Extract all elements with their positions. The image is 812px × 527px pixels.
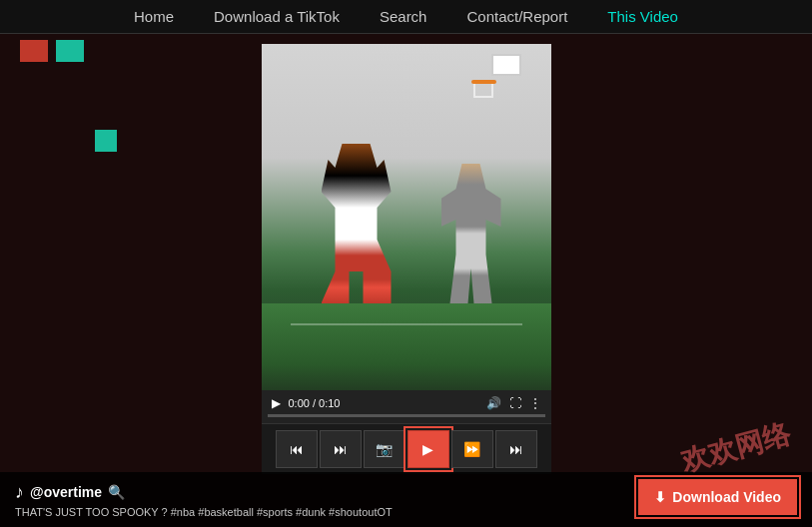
player-2 — [441, 164, 501, 303]
hoop-net — [473, 84, 493, 98]
progress-bar[interactable] — [268, 414, 545, 417]
tiktok-logo-icon: ♪ — [15, 482, 24, 503]
nav-search[interactable]: Search — [380, 8, 427, 25]
time-display: 0:00 / 0:10 — [289, 397, 341, 409]
skip-to-end-button[interactable]: ⏭ — [495, 430, 537, 468]
next-button[interactable]: ⏩ — [451, 430, 493, 468]
skip-to-start-button[interactable]: ⏮ — [276, 430, 318, 468]
more-options-icon[interactable]: ⋮ — [529, 396, 541, 410]
navbar: Home Download a TikTok Search Contact/Re… — [0, 0, 812, 34]
nav-this-video[interactable]: This Video — [607, 8, 678, 25]
nav-download[interactable]: Download a TikTok — [214, 8, 340, 25]
controls-top-row: ▶ 0:00 / 0:10 🔊 ⛶ ⋮ — [268, 394, 545, 412]
channel-search-icon[interactable]: 🔍 — [108, 484, 125, 500]
video-player[interactable]: ▶ 0:00 / 0:10 🔊 ⛶ ⋮ — [262, 44, 551, 423]
camera-button[interactable]: 📷 — [364, 430, 406, 468]
previous-button[interactable]: ⏭ — [320, 430, 362, 468]
nav-home[interactable]: Home — [134, 8, 174, 25]
backboard — [491, 54, 521, 76]
play-button-small[interactable]: ▶ — [272, 396, 281, 410]
video-controls-overlay: ▶ 0:00 / 0:10 🔊 ⛶ ⋮ — [262, 390, 551, 423]
download-icon: ⬇ — [654, 489, 666, 505]
media-buttons-row: ⏮ ⏭ 📷 ▶ ⏩ ⏭ — [262, 423, 551, 474]
player-1 — [322, 144, 392, 303]
fullscreen-icon[interactable]: ⛶ — [509, 396, 521, 410]
play-pause-button[interactable]: ▶ — [407, 430, 449, 468]
video-thumbnail — [262, 44, 551, 423]
basketball-hoop — [471, 54, 521, 94]
video-section: ▶ 0:00 / 0:10 🔊 ⛶ ⋮ ⏮ ⏭ 📷 ▶ ⏩ ⏭ — [262, 44, 551, 474]
download-video-button[interactable]: ⬇ Download Video — [638, 479, 797, 515]
download-label: Download Video — [672, 489, 781, 505]
main-content: ▶ 0:00 / 0:10 🔊 ⛶ ⋮ ⏮ ⏭ 📷 ▶ ⏩ ⏭ — [0, 34, 812, 527]
volume-icon[interactable]: 🔊 — [486, 396, 501, 410]
nav-contact[interactable]: Contact/Report — [466, 8, 567, 25]
channel-name[interactable]: @overtime — [30, 484, 102, 500]
